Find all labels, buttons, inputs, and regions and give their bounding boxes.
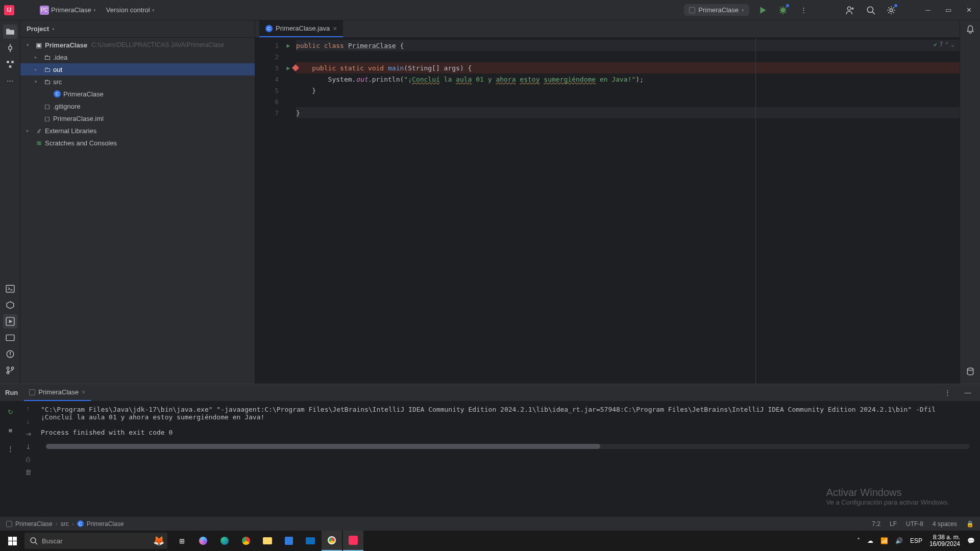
file-encoding[interactable]: UTF-8: [906, 520, 923, 528]
soft-wrap-button[interactable]: ⇥: [26, 430, 31, 438]
run-options-button[interactable]: ⋮: [940, 386, 954, 400]
version-control-menu[interactable]: Version control ▾: [103, 4, 158, 16]
ai-assistant-button[interactable]: [966, 367, 975, 378]
wifi-icon[interactable]: 📶: [880, 537, 888, 544]
down-arrow-icon[interactable]: ↓: [27, 417, 30, 425]
up-arrow-icon[interactable]: ↑: [27, 405, 30, 412]
tree-scratches[interactable]: ≋ Scratches and Consoles: [20, 137, 255, 149]
edge-app[interactable]: [214, 531, 235, 551]
project-header[interactable]: Project ▾: [20, 20, 255, 38]
code-editor[interactable]: 1▶ 2 3▶ 4 5 6 7 public class PrimeraClas…: [255, 38, 960, 384]
hide-panel-button[interactable]: —: [961, 386, 975, 400]
notifications-button[interactable]: [966, 24, 975, 35]
close-tab-button[interactable]: ×: [333, 24, 337, 33]
structure-tool-button[interactable]: [3, 57, 17, 71]
vcs-tool-button[interactable]: [3, 363, 17, 378]
chevron-down-icon[interactable]: ⌄: [951, 41, 954, 48]
project-selector[interactable]: PC PrimeraClase ▾: [37, 4, 99, 17]
more-tools-button[interactable]: ⋯: [3, 73, 17, 88]
services-tool-button[interactable]: [3, 298, 17, 312]
readonly-toggle[interactable]: 🔒: [966, 520, 974, 528]
chevron-down-icon: ▾: [93, 8, 96, 13]
tree-iml[interactable]: ◻ PrimeraClase.iml: [20, 112, 255, 124]
settings-button[interactable]: [884, 3, 898, 17]
tree-root[interactable]: ▾ ▣ PrimeraClase C:\Users\DELL\PRACTICAS…: [20, 39, 255, 51]
rerun-button[interactable]: ↻: [4, 405, 18, 419]
module-icon: [6, 521, 12, 527]
svg-rect-6: [11, 61, 14, 63]
more-actions-button[interactable]: ⋮: [796, 3, 811, 17]
tree-external-libs[interactable]: ▸ ⫽ External Libraries: [20, 124, 255, 137]
terminal-tool-button[interactable]: [3, 282, 17, 296]
tree-folder-idea[interactable]: ▸ 🗀 .idea: [20, 51, 255, 63]
search-everywhere-button[interactable]: [864, 3, 878, 17]
file-label: PrimeraClase.iml: [53, 115, 104, 122]
editor-tab[interactable]: C PrimeraClase.java ×: [259, 20, 343, 37]
hammer-icon: [6, 333, 15, 342]
taskbar-search[interactable]: Buscar 🦊: [24, 533, 167, 549]
breadcrumb[interactable]: PrimeraClase › src › C PrimeraClase: [6, 520, 124, 528]
line-separator[interactable]: LF: [890, 520, 897, 528]
external-label: External Libraries: [45, 127, 96, 135]
main-menu-button[interactable]: [18, 3, 33, 17]
chrome-app[interactable]: [236, 531, 256, 551]
window-minimize-button[interactable]: ─: [921, 3, 935, 17]
clock[interactable]: 8:38 a. m. 16/09/2024: [929, 534, 960, 547]
explorer-app[interactable]: [257, 531, 278, 551]
run-config-icon: [689, 7, 695, 13]
tree-gitignore[interactable]: ◻ .gitignore: [20, 100, 255, 112]
commit-tool-button[interactable]: [3, 41, 17, 55]
task-view-button[interactable]: ⊞: [172, 531, 192, 551]
problems-tool-button[interactable]: [3, 347, 17, 361]
build-tool-button[interactable]: [3, 331, 17, 345]
caret-position[interactable]: 7:2: [872, 520, 880, 528]
run-button[interactable]: [755, 3, 770, 17]
tree-folder-out[interactable]: ▸ 🗀 out: [20, 63, 255, 76]
tray-chevron-icon[interactable]: ˄: [857, 537, 860, 544]
intellij-running-app[interactable]: [343, 531, 363, 551]
more-run-actions[interactable]: ⋮: [4, 441, 18, 456]
folder-icon: 🗀: [43, 66, 51, 73]
stop-button[interactable]: ■: [4, 423, 18, 437]
folder-icon: 🗀: [43, 54, 51, 61]
window-close-button[interactable]: ✕: [962, 3, 976, 17]
code-content[interactable]: public class PrimeraClase { public stati…: [283, 38, 960, 384]
store-app[interactable]: [279, 531, 299, 551]
horizontal-scrollbar[interactable]: [46, 444, 970, 449]
copilot-app[interactable]: [193, 531, 213, 551]
scrollbar-thumb[interactable]: [46, 444, 600, 449]
tree-folder-src[interactable]: ▾ 🗀 src: [20, 76, 255, 88]
action-center-button[interactable]: 💬: [967, 537, 975, 544]
status-bar: PrimeraClase › src › C PrimeraClase 7:2 …: [0, 516, 980, 531]
run-gutter-icon[interactable]: ▶: [286, 65, 290, 71]
run-gutter-icon[interactable]: ▶: [286, 42, 290, 49]
watermark-sub: Ve a Configuración para activar Windows.: [826, 498, 949, 506]
indent-info[interactable]: 4 spaces: [933, 520, 957, 528]
start-button[interactable]: [0, 531, 24, 551]
chevron-up-icon[interactable]: ⌃: [945, 41, 949, 48]
inspection-widget[interactable]: ✔ 7 ⌃ ⌄: [934, 41, 954, 48]
tree-class-file[interactable]: C PrimeraClase: [20, 88, 255, 100]
onedrive-icon[interactable]: ☁: [867, 537, 873, 544]
play-icon: [758, 6, 767, 15]
volume-icon[interactable]: 🔊: [895, 537, 903, 544]
clear-button[interactable]: 🗑: [25, 468, 32, 476]
debug-button[interactable]: [776, 3, 790, 17]
scroll-end-button[interactable]: ⤓: [26, 443, 31, 450]
folder-label: .idea: [53, 54, 67, 61]
database-icon: [966, 367, 975, 376]
mail-app[interactable]: [300, 531, 321, 551]
window-restore-button[interactable]: ▭: [941, 3, 955, 17]
class-icon: C: [53, 90, 61, 97]
chrome-running-app[interactable]: [322, 531, 342, 551]
close-tab-button[interactable]: ×: [82, 388, 86, 396]
print-button[interactable]: ⎙: [26, 456, 30, 463]
run-tab[interactable]: PrimeraClase ×: [24, 384, 90, 401]
search-highlight-icon: 🦊: [153, 535, 164, 546]
run-tool-button[interactable]: [3, 314, 17, 329]
language-indicator[interactable]: ESP: [910, 537, 922, 544]
person-plus-icon: [846, 6, 855, 15]
code-with-me-button[interactable]: [843, 3, 857, 17]
project-tool-button[interactable]: [3, 24, 17, 39]
run-configuration-selector[interactable]: PrimeraClase ▾: [684, 4, 749, 16]
